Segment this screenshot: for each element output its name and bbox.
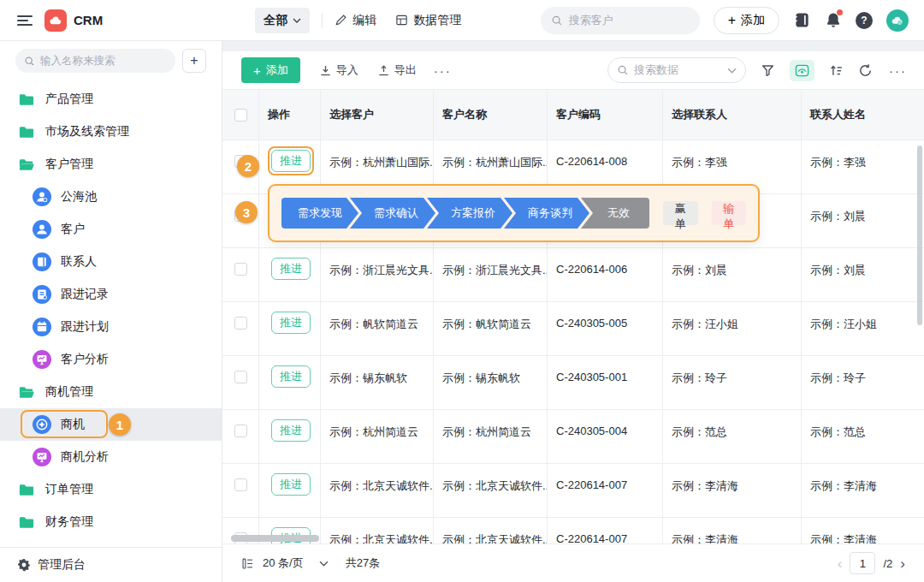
row-checkbox[interactable] [234, 425, 247, 437]
sort-button[interactable] [829, 63, 844, 78]
column-header-5[interactable]: 联系人姓名 [802, 90, 924, 140]
page-number-input[interactable]: 1 [850, 552, 875, 574]
sidebar-item-4[interactable]: 客户 [0, 213, 222, 246]
admin-console-link[interactable]: 管理后台 [0, 547, 222, 582]
scope-dropdown[interactable]: 全部 [255, 8, 310, 33]
advance-stage-button[interactable]: 推进 [271, 312, 311, 334]
sidebar-item-3[interactable]: 公海池 [0, 181, 222, 213]
sidebar: 输入名称来搜索 + 产品管理市场及线索管理客户管理公海池客户联系人跟进记录跟进计… [0, 41, 222, 582]
advance-stage-button[interactable]: 推进 [271, 365, 311, 388]
sidebar-item-11[interactable]: 商机分析 [0, 441, 222, 473]
prev-page-button[interactable]: ‹ [838, 556, 843, 571]
column-header-4[interactable]: 选择联系人 [663, 90, 802, 140]
notebook-icon [793, 11, 811, 29]
menu-toggle-icon[interactable] [17, 15, 33, 26]
advance-stage-button[interactable]: 推进 [271, 258, 311, 280]
sidebar-item-9[interactable]: 商机管理 [0, 376, 222, 408]
import-button[interactable]: 导入 [319, 62, 358, 78]
sidebar-search-input[interactable]: 输入名称来搜索 [15, 49, 175, 73]
cell-6-1: 示例：北京天诚软件... [434, 464, 548, 517]
row-checkbox[interactable] [234, 263, 247, 276]
cell-4-1: 示例：锡东帆软 [434, 356, 548, 409]
filter-button[interactable] [761, 63, 775, 78]
folder-open-icon [17, 158, 36, 171]
advance-stage-button[interactable]: 推进 [271, 419, 311, 442]
data-manage-button[interactable]: 数据管理 [395, 13, 461, 28]
cell-3-4: 示例：汪小姐 [802, 302, 924, 355]
sidebar-item-13[interactable]: 财务管理 [0, 506, 222, 538]
cloud-icon [49, 14, 62, 27]
cell-6-2: C-220614-007 [548, 464, 663, 517]
customer-search-input[interactable]: 搜索客户 [541, 7, 700, 34]
admin-console-label: 管理后台 [38, 557, 86, 573]
stage-0[interactable]: 需求发现 [281, 198, 358, 229]
customer-icon [33, 220, 51, 239]
sidebar-item-8[interactable]: 客户分析 [0, 343, 222, 376]
sidebar-item-5[interactable]: 联系人 [0, 246, 222, 278]
sidebar-item-1[interactable]: 市场及线索管理 [0, 116, 222, 148]
vertical-scrollbar[interactable] [917, 146, 922, 325]
next-page-button[interactable]: › [900, 556, 905, 571]
cell-7-1: 示例：北京天诚软件... [434, 518, 548, 543]
column-header-2[interactable]: 客户名称 [434, 90, 548, 140]
topbar-add-button[interactable]: + 添加 [714, 7, 779, 34]
sidebar-item-0[interactable]: 产品管理 [0, 83, 222, 116]
column-header-1[interactable]: 选择客户 [321, 90, 434, 140]
cell-5-2: C-240305-004 [548, 410, 663, 463]
field-visibility-button[interactable] [790, 60, 814, 81]
stage-2[interactable]: 方案报价 [427, 198, 512, 229]
chevron-down-icon [293, 18, 301, 23]
page-size-select[interactable]: 20 条/页 [263, 555, 304, 571]
data-search-input[interactable]: 搜索数据 [607, 57, 746, 83]
sidebar-add-button[interactable]: + [182, 49, 206, 73]
export-button[interactable]: 导出 [377, 62, 417, 78]
advance-stage-button[interactable]: 推进 [271, 473, 311, 496]
notifications-button[interactable] [825, 11, 842, 29]
cell-6-3: 示例：李清海 [663, 464, 802, 517]
sidebar-item-6[interactable]: 跟进记录 [0, 278, 222, 311]
edit-button[interactable]: 编辑 [335, 13, 376, 28]
more-table-options-button[interactable]: ··· [889, 63, 907, 78]
annotation-ring: 推进 [268, 146, 314, 175]
advance-stage-button[interactable]: 推进 [271, 150, 311, 172]
chevron-down-icon[interactable] [319, 561, 329, 567]
app-root: CRM 全部 编辑 数据管理 搜索客户 + 添加 [0, 0, 924, 582]
row-checkbox[interactable] [234, 317, 247, 330]
win-button[interactable]: 赢单 [663, 201, 698, 225]
stage-3[interactable]: 商务谈判 [504, 198, 589, 229]
horizontal-scrollbar[interactable] [231, 535, 319, 542]
search-icon [617, 64, 629, 76]
import-icon [319, 64, 332, 77]
row-checkbox[interactable] [234, 478, 247, 491]
refresh-button[interactable] [858, 63, 873, 78]
sidebar-item-10[interactable]: 商机1 [0, 408, 222, 441]
cell-0-4: 示例：李强 [802, 140, 924, 193]
contacts-book-button[interactable] [793, 11, 811, 29]
select-all-checkbox[interactable] [234, 109, 247, 122]
stage-4[interactable]: 无效 [581, 198, 649, 229]
add-record-button[interactable]: + 添加 [241, 57, 300, 83]
edit-label: 编辑 [352, 13, 376, 28]
sidebar-item-2[interactable]: 客户管理 [0, 148, 222, 181]
lose-button[interactable]: 输单 [712, 201, 747, 225]
action-cell: 推进 [259, 248, 321, 301]
table-toolbar: + 添加 导入 导出 ··· 搜索数据 [222, 51, 924, 89]
cell-2-4: 示例：刘晨 [802, 248, 924, 301]
more-actions-button[interactable]: ··· [434, 63, 452, 78]
cell-2-3: 示例：刘晨 [663, 248, 802, 301]
column-header-0[interactable]: 操作 [259, 90, 321, 140]
user-avatar[interactable] [886, 9, 909, 32]
column-header-3[interactable]: 客户编码 [548, 90, 663, 140]
folder-open-icon [17, 386, 36, 399]
sidebar-item-12[interactable]: 订单管理 [0, 473, 222, 506]
sidebar-item-label: 客户分析 [61, 352, 109, 367]
action-cell: 推进 [259, 410, 321, 463]
cell-7-2: C-220614-007 [548, 518, 663, 543]
contact-icon [33, 252, 51, 271]
row-height-icon[interactable] [241, 557, 254, 570]
row-checkbox[interactable] [234, 371, 247, 383]
sidebar-item-7[interactable]: 跟进计划 [0, 311, 222, 343]
stage-1[interactable]: 需求确认 [350, 198, 435, 229]
table-row-6: 推进示例：北京天诚软件...示例：北京天诚软件...C-220614-007示例… [222, 464, 924, 518]
help-button[interactable]: ? [856, 12, 873, 29]
